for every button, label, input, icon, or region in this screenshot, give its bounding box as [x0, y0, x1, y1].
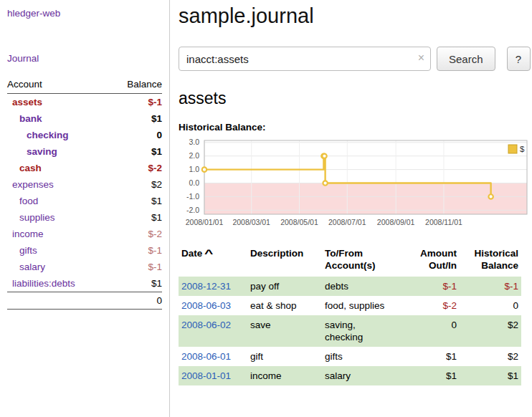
register-description-cell: pay off [247, 277, 322, 296]
account-heading: assets [179, 89, 531, 108]
register-description-cell: save [247, 315, 322, 347]
account-row: assets$-1 [7, 94, 162, 111]
register-accounts-cell: gifts [322, 347, 408, 366]
account-row: salary$-1 [7, 259, 162, 275]
register-header-date[interactable]: Date^ [179, 246, 247, 277]
register-amount-cell: $1 [408, 366, 460, 385]
account-link-cash[interactable]: cash [19, 163, 42, 173]
register-header-description: Description [247, 246, 322, 277]
svg-text:-1.0: -1.0 [186, 192, 199, 201]
accounts-table: Account Balance assets$-1bank$1checking0… [7, 77, 162, 310]
register-amount-cell: 0 [408, 315, 460, 347]
account-row: supplies$1 [7, 209, 162, 226]
sidebar-journal-link[interactable]: Journal [7, 53, 162, 64]
account-link-food[interactable]: food [19, 196, 38, 206]
account-row: bank$1 [7, 110, 162, 127]
account-balance: $-1 [110, 259, 162, 275]
register-accounts-cell: debts [322, 277, 408, 296]
account-name-cell: assets [7, 94, 110, 111]
account-balance: $1 [110, 193, 162, 209]
account-row: food$1 [7, 193, 162, 209]
svg-text:0.0: 0.0 [189, 178, 199, 187]
register-row: 2008-06-02savesaving, checking0$2 [179, 315, 521, 347]
register-amount-cell: $1 [408, 347, 460, 366]
search-button[interactable]: Search [437, 47, 495, 71]
register-balance-cell: $2 [460, 315, 521, 347]
register-date-link[interactable]: 2008-12-31 [181, 281, 231, 292]
svg-text:2.0: 2.0 [189, 151, 199, 160]
register-row: 2008-12-31pay offdebts$-1$-1 [179, 277, 521, 296]
svg-text:2008/03/01: 2008/03/01 [232, 218, 270, 226]
account-balance: $1 [110, 209, 162, 226]
account-balance: $1 [110, 143, 162, 160]
account-link-income[interactable]: income [12, 229, 44, 239]
account-row: saving$1 [7, 143, 162, 160]
register-row: 2008-06-03eat & shopfood, supplies$-20 [179, 296, 521, 315]
main-content: sample.journal × Search ? assets Histori… [170, 0, 532, 417]
accounts-total-spacer [7, 292, 110, 310]
account-link-supplies[interactable]: supplies [19, 212, 55, 223]
help-button[interactable]: ? [507, 47, 531, 71]
register-date-link[interactable]: 2008-01-01 [181, 370, 231, 381]
account-row: gifts$-1 [7, 242, 162, 259]
register-amount-cell: $-1 [408, 277, 460, 296]
register-accounts-cell: food, supplies [322, 296, 408, 315]
account-link-gifts[interactable]: gifts [19, 245, 37, 256]
register-date-link[interactable]: 2008-06-01 [181, 351, 231, 362]
account-balance: $1 [110, 275, 162, 292]
account-link-assets[interactable]: assets [12, 97, 42, 107]
account-name-cell: cash [7, 160, 110, 176]
svg-text:2008/11/01: 2008/11/01 [425, 218, 462, 226]
page-title: sample.journal [179, 4, 531, 28]
register-header-row: Date^ Description To/FromAccount(s) Amou… [179, 246, 521, 277]
account-link-bank[interactable]: bank [19, 113, 42, 124]
register-date-cell: 2008-12-31 [179, 277, 247, 296]
account-name-cell: income [7, 226, 110, 242]
account-row: cash$-2 [7, 160, 162, 176]
register-balance-cell: 0 [460, 296, 521, 315]
account-name-cell: checking [7, 127, 110, 143]
hledger-web-app: hledger-web Journal Account Balance asse… [0, 0, 532, 417]
historical-balance-chart: 3.02.01.00.0-1.0-2.02008/01/012008/03/01… [179, 137, 531, 229]
svg-text:2008/05/01: 2008/05/01 [280, 218, 318, 226]
sort-ascending-icon[interactable]: ^ [204, 248, 213, 260]
svg-text:1.0: 1.0 [189, 165, 199, 173]
search-box: × [179, 47, 431, 71]
svg-text:3.0: 3.0 [189, 138, 199, 146]
register-balance-cell: $-1 [460, 277, 521, 296]
account-link-checking[interactable]: checking [27, 130, 69, 140]
account-balance: $-1 [110, 94, 162, 111]
register-date-link[interactable]: 2008-06-02 [181, 320, 231, 330]
app-title-link[interactable]: hledger-web [7, 8, 162, 19]
svg-text:2008/07/01: 2008/07/01 [328, 218, 366, 226]
account-name-cell: saving [7, 143, 110, 160]
register-description-cell: gift [247, 347, 322, 366]
svg-text:$: $ [520, 145, 525, 153]
register-accounts-cell: salary [322, 366, 408, 385]
account-name-cell: gifts [7, 242, 110, 259]
account-link-salary[interactable]: salary [19, 262, 45, 272]
clear-search-icon[interactable]: × [418, 52, 424, 64]
account-name-cell: supplies [7, 209, 110, 226]
svg-text:-2.0: -2.0 [186, 206, 199, 214]
account-row: expenses$2 [7, 176, 162, 193]
register-date-cell: 2008-06-01 [179, 347, 247, 366]
register-amount-cell: $-2 [408, 296, 460, 315]
account-balance: $2 [110, 176, 162, 193]
register-date-cell: 2008-06-03 [179, 296, 247, 315]
register-date-link[interactable]: 2008-06-03 [181, 300, 231, 311]
account-balance: $-2 [110, 160, 162, 176]
register-header-accounts: To/FromAccount(s) [322, 246, 408, 277]
register-row: 2008-06-01giftgifts$1$2 [179, 347, 521, 366]
register-date-cell: 2008-06-02 [179, 315, 247, 347]
register-description-cell: eat & shop [247, 296, 322, 315]
account-link-saving[interactable]: saving [27, 146, 57, 157]
account-balance: $-2 [110, 226, 162, 242]
search-input[interactable] [179, 47, 431, 71]
account-link-expenses[interactable]: expenses [12, 179, 54, 190]
account-link-liabilities-debts[interactable]: liabilities:debts [12, 278, 75, 289]
accounts-header-row: Account Balance [7, 77, 162, 94]
account-name-cell: salary [7, 259, 110, 275]
account-row: checking0 [7, 127, 162, 143]
register-row: 2008-01-01incomesalary$1$1 [179, 366, 521, 385]
